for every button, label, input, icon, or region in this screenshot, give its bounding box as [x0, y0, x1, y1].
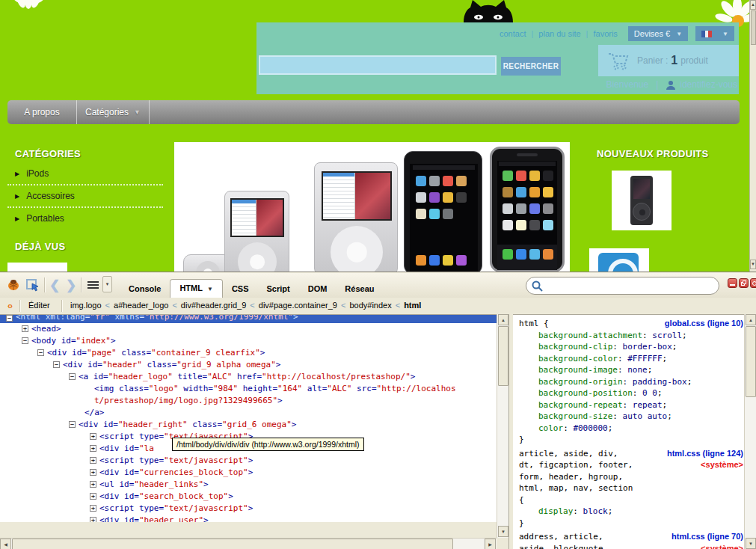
twisty-collapse-icon[interactable]: − [37, 349, 44, 356]
new-product-box[interactable] [612, 171, 672, 230]
tree-row[interactable]: +<div id="search_block_top"> [0, 491, 508, 503]
viewed-product-box[interactable] [7, 263, 67, 272]
back-button[interactable]: ❮ [47, 276, 62, 294]
tree-row[interactable]: +<script type="text/javascript"> [0, 455, 508, 467]
breadcrumb-item[interactable]: a#header_logo [114, 301, 168, 310]
nav-tab-a-propos[interactable]: A propos [7, 100, 77, 124]
minimize-button[interactable] [728, 278, 737, 288]
css-property[interactable]: background-origin: padding-box; [519, 376, 743, 388]
tree-horizontal-scrollbar[interactable]: ◀ ▶ [0, 538, 497, 549]
css-property[interactable]: background-attachment: scroll; [519, 330, 743, 342]
css-selector[interactable]: form, header, hgroup, [519, 471, 743, 483]
scrollbar-thumb[interactable] [498, 326, 508, 386]
product-box-shuffle[interactable] [589, 248, 649, 272]
css-property[interactable]: display: block; [519, 506, 743, 518]
sidebar-item-portables[interactable]: ▶Portables [7, 208, 163, 229]
tree-row[interactable]: t/prestashop/img/logo.jpg?1329499665"> [0, 395, 508, 407]
detach-window-button[interactable] [739, 278, 749, 288]
language-dropdown[interactable]: ▼ [695, 26, 734, 41]
css-file-link[interactable]: html.css (ligne 70) [672, 531, 743, 543]
scroll-down-button[interactable]: ▼ [750, 260, 756, 269]
site-search-button[interactable]: RECHERCHER [501, 57, 561, 76]
site-search-input[interactable] [259, 55, 497, 75]
breadcrumb-item[interactable]: body#index [349, 301, 391, 310]
twisty-expand-icon[interactable]: + [90, 445, 96, 452]
twisty-expand-icon[interactable]: + [90, 457, 96, 464]
twisty-expand-icon[interactable]: + [90, 517, 96, 522]
tree-row[interactable]: +<head> [0, 323, 508, 335]
forward-button[interactable]: ❯ [64, 276, 79, 294]
edit-button[interactable]: Éditer [28, 301, 50, 310]
tab-dom[interactable]: DOM [299, 280, 336, 298]
scrollbar-thumb[interactable] [746, 326, 756, 397]
scroll-right-button[interactable]: ▶ [485, 539, 496, 549]
tree-row[interactable]: −<html xml:lang="fr" xmlns="http://www.w… [0, 315, 508, 323]
scroll-down-button[interactable]: ▼ [746, 538, 756, 549]
scroll-up-button[interactable]: ▲ [746, 314, 756, 325]
twisty-expand-icon[interactable]: + [90, 493, 96, 500]
twisty-expand-icon[interactable]: + [90, 469, 96, 476]
tree-row[interactable]: +<ul id="header_links"> [0, 479, 508, 491]
css-file-link[interactable]: html.css (ligne 124) [667, 448, 743, 460]
tab-css[interactable]: CSS [223, 280, 258, 298]
tree-row[interactable]: +<script type="text/javascript"> [0, 503, 508, 515]
firebug-search-input[interactable] [546, 279, 714, 292]
toolbar-dropdown-button[interactable]: ▾ [102, 276, 112, 292]
tree-row[interactable]: −<div id="header" class="grid_9 alpha om… [0, 359, 508, 371]
twisty-collapse-icon[interactable]: − [53, 361, 60, 368]
style-vertical-scrollbar[interactable]: ▲ ▼ [744, 314, 756, 549]
inspect-button[interactable] [24, 276, 42, 294]
code-edit-icon[interactable]: ‹› [3, 299, 16, 313]
currency-dropdown[interactable]: Devises €▼ [628, 26, 688, 41]
sidebar-item-ipods[interactable]: ▶iPods [7, 163, 163, 185]
css-property[interactable]: background-position: 0 0; [519, 387, 743, 399]
breadcrumb-item[interactable]: img.logo [70, 301, 102, 310]
tree-row[interactable]: +<div id="currencies_block_top"> [0, 467, 508, 479]
scroll-up-button[interactable]: ▲ [498, 314, 508, 325]
css-property[interactable]: color: #000000; [519, 423, 743, 435]
css-property[interactable]: background-repeat: repeat; [519, 399, 743, 411]
twisty-collapse-icon[interactable]: − [69, 421, 76, 428]
css-property[interactable]: background-image: none; [519, 364, 743, 376]
deactivate-button[interactable] [750, 278, 756, 288]
breadcrumb-item[interactable]: div#page.container_9 [259, 301, 337, 310]
tree-row[interactable]: +<div id="header_user"> [0, 515, 508, 522]
tree-vertical-scrollbar[interactable]: ▲ ▼ [497, 314, 508, 538]
twisty-expand-icon[interactable]: + [22, 325, 28, 332]
tree-row[interactable]: −<div id="page" class="container_9 clear… [0, 347, 508, 359]
css-selector[interactable]: { [519, 494, 743, 506]
tab-script[interactable]: Script [258, 280, 299, 298]
scrollbar-thumb[interactable] [751, 10, 756, 45]
css-file-link[interactable]: global.css (ligne 10) [665, 318, 743, 330]
css-selector[interactable]: html, map, nav, section [519, 482, 743, 494]
header-link-contact[interactable]: contact [500, 29, 526, 38]
scroll-down-button[interactable]: ▼ [498, 526, 508, 537]
panel-list-button[interactable] [84, 276, 101, 294]
tree-row[interactable]: </a> [0, 407, 508, 419]
css-property[interactable]: background-size: auto auto; [519, 411, 743, 423]
twisty-collapse-icon[interactable]: − [6, 315, 13, 322]
twisty-expand-icon[interactable]: + [90, 481, 96, 488]
tab-html[interactable]: HTML▼ [170, 279, 222, 298]
twisty-expand-icon[interactable]: + [90, 505, 96, 512]
login-link[interactable]: identifiez-vous [680, 79, 737, 90]
header-link-favoris[interactable]: favoris [593, 29, 617, 38]
slider-image[interactable] [174, 142, 570, 272]
tree-row[interactable]: <img class="logo" width="984" height="16… [0, 383, 508, 395]
tree-row[interactable]: −<div id="header_right" class="grid_6 om… [0, 419, 508, 431]
tree-row[interactable]: −<body id="index"> [0, 335, 508, 347]
breadcrumb-item[interactable]: html [404, 301, 421, 310]
twisty-expand-icon[interactable]: + [90, 433, 96, 440]
firebug-menu-button[interactable] [4, 276, 22, 294]
header-link-plan-du-site[interactable]: plan du site [538, 29, 580, 38]
page-scrollbar[interactable]: ▲ ▼ [749, 0, 756, 272]
twisty-collapse-icon[interactable]: − [22, 337, 28, 344]
tree-row[interactable]: −<a id="header_logo" title="ALC" href="h… [0, 371, 508, 383]
breadcrumb-item[interactable]: div#header.grid_9 [181, 301, 246, 310]
twisty-collapse-icon[interactable]: − [69, 373, 76, 380]
sidebar-item-accessoires[interactable]: ▶Accessoires [7, 185, 163, 208]
css-property[interactable]: background-color: #FFFFFF; [519, 353, 743, 365]
scroll-up-button[interactable]: ▲ [750, 0, 756, 10]
tab-réseau[interactable]: Réseau [336, 280, 383, 298]
nav-tab-catégories[interactable]: Catégories▼ [77, 100, 150, 124]
